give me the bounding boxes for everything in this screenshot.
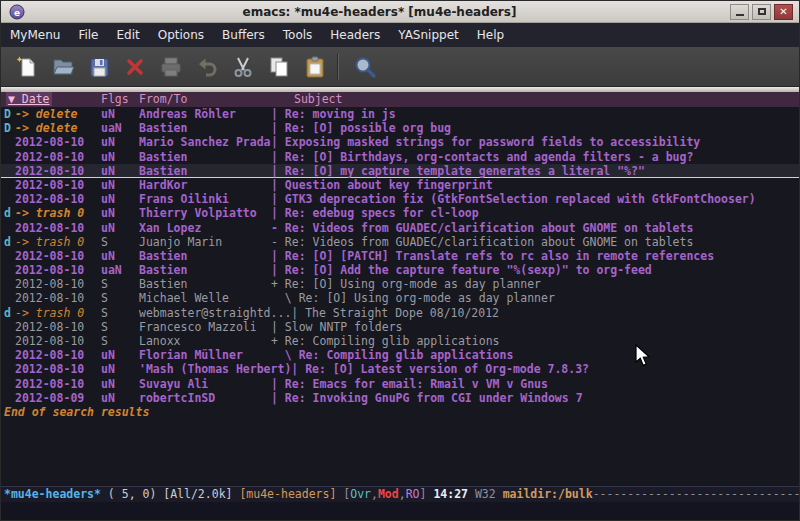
menu-mymenu[interactable]: MyMenu (1, 23, 69, 47)
cut-icon[interactable] (225, 51, 261, 83)
open-folder-icon[interactable] (45, 51, 81, 83)
menu-edit[interactable]: Edit (108, 23, 149, 47)
column-header-flags[interactable]: Flgs (101, 92, 139, 107)
message-row[interactable]: 2012-08-10uNBastien| Re: [O] Birthdays, … (1, 150, 799, 164)
message-row[interactable]: 2012-08-10SBastien+ Re: [O] Using org-mo… (1, 277, 799, 291)
menu-bar: MyMenuFileEditOptionsBuffersToolsHeaders… (1, 23, 799, 47)
toolbar-separator (337, 54, 339, 80)
close-buffer-icon[interactable] (117, 51, 153, 83)
mark-cell (1, 320, 15, 334)
flags-cell: uN (101, 206, 139, 220)
message-row[interactable]: 2012-08-10uNBastien| Re: [O] [PATCH] Tra… (1, 249, 799, 263)
subject-cell: | The Straight Dope 08/10/2012 (291, 306, 499, 320)
minimize-button[interactable] (730, 4, 749, 20)
message-row[interactable]: d-> trash 0uNThierry Volpiatto| Re: edeb… (1, 206, 799, 220)
modeline-segment-dim: ---------------------------------- (593, 487, 799, 501)
search-icon[interactable] (347, 51, 383, 83)
column-header-subject[interactable]: Subject (271, 92, 342, 107)
subject-cell: | Re: [O] my capture template generates … (271, 164, 645, 178)
message-row[interactable]: 2012-08-10uNHardKor| Question about key … (1, 178, 799, 192)
new-file-icon[interactable] (9, 51, 45, 83)
modeline-segment-plain: ( 5, 0) (101, 487, 163, 501)
column-header-from[interactable]: From/To (139, 92, 271, 107)
flags-cell: uN (101, 348, 139, 362)
from-cell: Bastien (139, 150, 271, 164)
column-header-date[interactable]: ▼ Date (1, 92, 101, 107)
maximize-button[interactable] (752, 4, 771, 20)
date-cell: 2012-08-09 (15, 391, 101, 405)
message-row[interactable]: d-> trash 0Swebmaster@straightd...| The … (1, 306, 799, 320)
from-cell: Lanoxx (139, 334, 271, 348)
message-row[interactable]: 2012-08-10SFrancesco Mazzoli| Slow NNTP … (1, 320, 799, 334)
subject-cell: | Exposing masked strings for password f… (271, 135, 700, 149)
mark-cell: d (1, 235, 15, 249)
mark-cell (1, 277, 15, 291)
paste-icon[interactable] (297, 51, 333, 83)
flags-cell: S (101, 235, 139, 249)
menu-yasnippet[interactable]: YASnippet (389, 23, 468, 47)
save-icon[interactable] (81, 51, 117, 83)
subject-cell: | Re: moving in js (271, 107, 396, 121)
menu-tools[interactable]: Tools (274, 23, 322, 47)
mark-cell (1, 291, 15, 305)
mark-cell: d (1, 306, 15, 320)
message-row[interactable]: 2012-08-10uaNBastien| Re: [O] Add the ca… (1, 263, 799, 277)
subject-cell: | Slow NNTP folders (271, 320, 403, 334)
close-button[interactable]: ✕ (774, 4, 793, 20)
flags-cell: uN (101, 377, 139, 391)
date-cell: -> trash 0 (15, 235, 101, 249)
maximize-icon (758, 8, 766, 15)
modeline-segment-buffer: *mu4e-headers* (4, 487, 101, 501)
from-cell: Bastien (139, 164, 271, 178)
flags-cell: uN (101, 135, 139, 149)
menu-options[interactable]: Options (149, 23, 213, 47)
date-cell: 2012-08-10 (15, 334, 101, 348)
copy-icon[interactable] (261, 51, 297, 83)
menu-buffers[interactable]: Buffers (213, 23, 274, 47)
subject-cell: | Re: [O] Add the capture feature "%(sex… (271, 263, 652, 277)
message-row[interactable]: 2012-08-09uNrobertcInSD| Re: Invoking Gn… (1, 391, 799, 405)
subject-cell: | Re: [O] Latest version of Org-mode 7.8… (291, 362, 589, 376)
subject-cell: + Re: [O] Using org-mode as day planner (271, 277, 541, 291)
message-row[interactable]: 2012-08-10uNXan Lopez- Re: Videos from G… (1, 221, 799, 235)
subject-cell: | Re: edebug specs for cl-loop (271, 206, 479, 220)
from-cell: Bastien (139, 277, 271, 291)
date-cell: -> trash 0 (15, 206, 101, 220)
date-cell: 2012-08-10 (15, 164, 101, 178)
message-row[interactable]: D-> deleteuaNBastien| Re: [O] possible o… (1, 121, 799, 135)
message-row[interactable]: D-> deleteuNAndreas Röhler| Re: moving i… (1, 107, 799, 121)
message-row[interactable]: 2012-08-10uNFrans Oilinki| GTK3 deprecat… (1, 192, 799, 206)
from-cell: Thierry Volpiatto (139, 206, 271, 220)
message-row[interactable]: d-> trash 0SJuanjo Marin- Re: Videos fro… (1, 235, 799, 249)
message-row[interactable]: 2012-08-10SLanoxx+ Re: Compiling glib ap… (1, 334, 799, 348)
end-of-search-results: End of search results (1, 405, 799, 419)
mark-cell (1, 221, 15, 235)
flags-cell: S (101, 320, 139, 334)
flags-cell: S (101, 334, 139, 348)
menu-headers[interactable]: Headers (321, 23, 389, 47)
date-cell: 2012-08-10 (15, 263, 101, 277)
from-cell: 'Mash (Thomas Herbert) (139, 362, 291, 376)
window-title: emacs: *mu4e-headers* [mu4e-headers] (29, 1, 730, 23)
mark-cell (1, 263, 15, 277)
flags-cell: S (101, 291, 139, 305)
mark-cell: d (1, 206, 15, 220)
message-row[interactable]: 2012-08-10uNMario Sanchez Prada| Exposin… (1, 135, 799, 149)
headers-columns: ▼ Date Flgs From/To Subject (1, 92, 799, 107)
date-cell: 2012-08-10 (15, 348, 101, 362)
mark-cell (1, 178, 15, 192)
flags-cell: uN (101, 249, 139, 263)
menu-help[interactable]: Help (468, 23, 513, 47)
menu-file[interactable]: File (69, 23, 107, 47)
modeline-segment-mod: Mod (378, 487, 399, 501)
message-row[interactable]: 2012-08-10uNFlorian Müllner \ Re: Compil… (1, 348, 799, 362)
message-row[interactable]: 2012-08-10uNSuvayu Ali| Re: Emacs for em… (1, 377, 799, 391)
flags-cell: uN (101, 107, 139, 121)
modeline-segment-plain: [All/2.0k] (163, 487, 239, 501)
message-row-current[interactable]: 2012-08-10uNBastien| Re: [O] my capture … (1, 164, 799, 178)
mark-cell (1, 391, 15, 405)
message-row[interactable]: 2012-08-10uN'Mash (Thomas Herbert)| Re: … (1, 362, 799, 376)
subject-cell: + Re: Compiling glib applications (271, 334, 499, 348)
close-icon: ✕ (779, 5, 787, 19)
message-row[interactable]: 2012-08-10SMichael Welle \ Re: [O] Using… (1, 291, 799, 305)
